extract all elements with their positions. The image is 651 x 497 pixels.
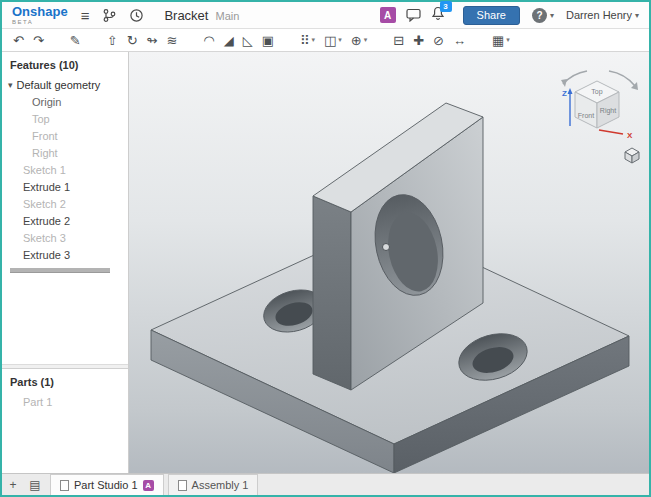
comments-button[interactable] — [406, 7, 421, 23]
split-button[interactable]: ⊟ — [390, 33, 407, 48]
feature-label: Front — [32, 130, 58, 142]
history-icon — [129, 8, 144, 23]
document-tab-icon — [178, 480, 187, 491]
tab-part-studio-1[interactable]: Part Studio 1A — [50, 474, 164, 495]
add-tab-button[interactable]: + — [2, 474, 24, 495]
menu-icon: ≡ — [81, 8, 90, 23]
display-icon: ▦ — [492, 34, 504, 47]
view-cube[interactable]: Top Front Right Z X — [551, 66, 643, 146]
transform-icon: ✚ — [413, 34, 424, 47]
document-title-group: Bracket Main — [164, 8, 239, 23]
workspace-name: Main — [215, 10, 239, 22]
notification-badge: 3 — [440, 1, 452, 12]
tab-assembly-1[interactable]: Assembly 1 — [168, 474, 259, 495]
collaborator-avatar[interactable]: A — [380, 7, 396, 23]
logo-text: Onshape — [12, 5, 68, 18]
onshape-logo[interactable]: Onshape BETA — [12, 5, 68, 25]
viewcube-top-label: Top — [591, 88, 602, 96]
help-menu[interactable]: ? ▾ — [532, 8, 554, 23]
dropdown-caret-icon: ▾ — [312, 36, 316, 44]
redo-icon: ↷ — [33, 34, 44, 47]
user-menu[interactable]: Darren Henry ▾ — [566, 9, 639, 21]
branch-button[interactable] — [102, 7, 116, 23]
isometric-view-button[interactable] — [623, 146, 641, 164]
plate-left-face[interactable] — [313, 196, 351, 390]
parts-panel: Parts (1) Part 1 — [2, 369, 128, 473]
feature-item-top[interactable]: Top — [2, 110, 128, 127]
sketch-button[interactable]: ✎ — [67, 33, 84, 48]
boolean-icon: ⊕ — [351, 34, 362, 47]
shell-icon: ▣ — [262, 34, 274, 47]
isometric-cube-icon — [623, 146, 641, 164]
left-panel: Features (10) ▾Default geometryOriginTop… — [2, 52, 129, 473]
feature-label: Extrude 2 — [23, 215, 70, 227]
part-item-part-1[interactable]: Part 1 — [2, 393, 128, 410]
tab-list-button[interactable]: ▤ — [24, 474, 46, 495]
tabs: Part Studio 1AAssembly 1 — [50, 474, 262, 495]
feature-item-right[interactable]: Right — [2, 144, 128, 161]
history-button[interactable] — [129, 7, 144, 23]
feature-item-extrude-1[interactable]: Extrude 1 — [2, 178, 128, 195]
feature-item-sketch-1[interactable]: Sketch 1 — [2, 161, 128, 178]
collapse-caret-icon[interactable]: ▾ — [8, 80, 13, 90]
feature-label: Origin — [32, 96, 61, 108]
z-axis-label: Z — [562, 89, 567, 98]
rollback-bar[interactable] — [10, 268, 110, 273]
sketch-icon: ✎ — [70, 34, 81, 47]
toolbar-group: ▦▾ — [489, 33, 516, 48]
tab-label: Assembly 1 — [192, 479, 249, 491]
tab-label: Part Studio 1 — [74, 479, 138, 491]
mirror-button[interactable]: ◫▾ — [321, 33, 345, 48]
mirror-icon: ◫ — [324, 34, 336, 47]
draft-icon: ◺ — [243, 34, 253, 47]
chamfer-button[interactable]: ◢ — [221, 33, 237, 48]
redo-button[interactable]: ↷ — [30, 33, 47, 48]
main-menu-button[interactable]: ≡ — [81, 7, 90, 23]
feature-label: Right — [32, 147, 58, 159]
rotate-arrow-right-icon[interactable] — [609, 71, 635, 86]
revolve-button[interactable]: ↻ — [124, 33, 141, 48]
tab-avatar-badge: A — [143, 480, 154, 491]
fillet-button[interactable]: ◠ — [200, 33, 217, 48]
rotate-arrow-left-icon[interactable] — [563, 71, 587, 84]
boolean-button[interactable]: ⊕▾ — [348, 33, 370, 48]
measure-button[interactable]: ↔ — [450, 33, 469, 48]
split-icon: ⊟ — [393, 34, 404, 47]
dropdown-caret-icon: ▾ — [506, 36, 510, 44]
sweep-button[interactable]: ↬ — [144, 33, 161, 48]
shell-button[interactable]: ▣ — [259, 33, 277, 48]
viewcube-front-label: Front — [578, 112, 594, 119]
undo-button[interactable]: ↶ — [10, 33, 27, 48]
hole-center-point[interactable] — [383, 244, 390, 251]
feature-item-default-geometry[interactable]: ▾Default geometry — [2, 76, 128, 93]
loft-button[interactable]: ≋ — [163, 33, 180, 48]
delete-part-button[interactable]: ⊘ — [430, 33, 447, 48]
feature-item-extrude-3[interactable]: Extrude 3 — [2, 246, 128, 263]
tabs-bar: + ▤ Part Studio 1AAssembly 1 — [2, 473, 649, 495]
extrude-button[interactable]: ⇧ — [104, 33, 121, 48]
notifications-button[interactable]: 3 — [431, 6, 445, 25]
toolbar-group: ⇧↻↬≋ — [104, 33, 184, 48]
display-button[interactable]: ▦▾ — [489, 33, 513, 48]
draft-button[interactable]: ◺ — [240, 33, 256, 48]
feature-label: Extrude 3 — [23, 249, 70, 261]
tab-list-icon: ▤ — [29, 478, 40, 492]
feature-item-sketch-3[interactable]: Sketch 3 — [2, 229, 128, 246]
feature-label: Sketch 1 — [23, 164, 66, 176]
document-title: Bracket — [164, 8, 208, 23]
toolbar-group: ↶↷ — [10, 33, 50, 48]
toolbar: ↶↷✎⇧↻↬≋◠◢◺▣⠿▾◫▾⊕▾⊟✚⊘↔▦▾ — [2, 29, 649, 52]
feature-label: Default geometry — [17, 79, 101, 91]
transform-button[interactable]: ✚ — [410, 33, 427, 48]
main-area: Features (10) ▾Default geometryOriginTop… — [2, 52, 649, 473]
features-panel-title: Features (10) — [2, 52, 128, 76]
feature-item-extrude-2[interactable]: Extrude 2 — [2, 212, 128, 229]
share-button[interactable]: Share — [463, 6, 520, 25]
linear-pattern-button[interactable]: ⠿▾ — [297, 33, 318, 48]
part-label: Part 1 — [23, 396, 52, 408]
feature-item-front[interactable]: Front — [2, 127, 128, 144]
viewport-canvas[interactable]: Top Front Right Z X — [129, 52, 649, 473]
feature-item-origin[interactable]: Origin — [2, 93, 128, 110]
feature-item-sketch-2[interactable]: Sketch 2 — [2, 195, 128, 212]
measure-icon: ↔ — [453, 34, 466, 47]
